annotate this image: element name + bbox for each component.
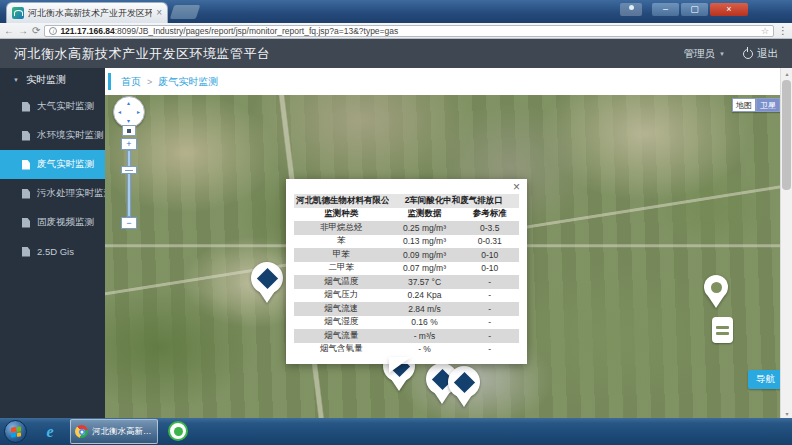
logout-button[interactable]: 退出 [743, 47, 778, 61]
column-header: 参考标准 [461, 208, 520, 222]
sidebar-item-sewage[interactable]: 污水处理实时监测 [0, 179, 105, 208]
url-ip: 121.17.166.84 [60, 26, 114, 36]
pan-up-icon[interactable]: ▴ [127, 100, 130, 106]
chevron-down-icon: ▼ [719, 51, 725, 57]
table-cell: - [461, 289, 520, 303]
zoom-slider-track[interactable] [127, 150, 131, 217]
start-button[interactable] [4, 420, 27, 443]
sidebar-item-atmosphere[interactable]: 大气实时监测 [0, 92, 105, 121]
tab-favicon-icon [12, 7, 24, 19]
refresh-icon[interactable]: ⟳ [32, 26, 40, 36]
table-row: 非甲烷总烃0.25 mg/m³0-3.5 [294, 221, 519, 235]
document-icon [22, 189, 30, 199]
sidebar-item-water[interactable]: 水环境实时监测 [0, 121, 105, 150]
pan-down-icon[interactable]: ▾ [127, 118, 130, 124]
sidebar-item-gis[interactable]: 2.5D Gis [0, 237, 105, 266]
breadcrumb-home-link[interactable]: 首页 [121, 75, 141, 89]
map-type-map-button[interactable]: 地图 [732, 98, 756, 112]
bookmark-star-icon[interactable]: ☆ [761, 26, 769, 36]
chrome-taskbar-button[interactable]: 河北衡水高新技术产业开发区环境监管平台 [70, 419, 158, 444]
popup-close-icon[interactable]: × [513, 181, 520, 193]
tab-title: 河北衡水高新技术产业开发区环境监管平台 [28, 7, 152, 20]
breadcrumb-accent [108, 73, 111, 90]
back-icon[interactable]: ← [4, 26, 14, 36]
window-minimize-button[interactable]: – [652, 3, 679, 16]
table-row: 苯0.13 mg/m³0-0.31 [294, 235, 519, 249]
ring-icon [711, 282, 722, 293]
sidebar-item-solid-waste[interactable]: 固废视频监测 [0, 208, 105, 237]
browser-tab[interactable]: 河北衡水高新技术产业开发区环境监管平台 × [6, 2, 168, 23]
marker-balloon [448, 366, 480, 398]
sidebar-item-label: 2.5D Gis [37, 246, 74, 257]
table-columns-row: 监测种类 监测数据 参考标准 [294, 208, 519, 222]
table-cell: 0.09 mg/m³ [389, 248, 461, 262]
pan-left-icon[interactable]: ◂ [118, 109, 121, 115]
browser-tabstrip: 河北衡水高新技术产业开发区环境监管平台 × – ▢ × [0, 0, 792, 23]
tab-close-icon[interactable]: × [156, 8, 162, 18]
antivirus-taskbar-icon[interactable] [168, 421, 188, 441]
url-text: 121.17.166.84:8099/JB_Industry/pages/rep… [60, 26, 758, 36]
scrollbar-thumb[interactable] [782, 80, 791, 190]
user-menu[interactable]: 管理员 ▼ [684, 47, 725, 61]
table-cell: 烟气流量 [294, 329, 389, 343]
url-rest: :8099/JB_Industry/pages/report/jsp/monit… [115, 26, 399, 36]
marker-tip [708, 296, 724, 308]
ie-taskbar-icon[interactable]: e [38, 421, 62, 442]
document-icon [22, 218, 30, 228]
pan-right-icon[interactable]: ▸ [137, 109, 140, 115]
marker-tip [391, 379, 407, 391]
map-canvas[interactable]: ▴ ▾ ◂ ▸ + − 地图 卫星 [105, 95, 780, 418]
document-icon [22, 131, 30, 141]
map-type-satellite-button[interactable]: 卫星 [756, 98, 780, 112]
navigate-button[interactable]: 导航 [748, 370, 780, 389]
scroll-up-icon[interactable]: ▴ [781, 68, 792, 78]
window-maximize-button[interactable]: ▢ [681, 3, 708, 16]
page-info-icon[interactable]: i [49, 27, 57, 35]
new-tab-button[interactable] [170, 5, 201, 19]
marker-pin-4[interactable] [448, 366, 480, 407]
forward-icon[interactable]: → [18, 26, 28, 36]
taskbar: e 河北衡水高新技术产业开发区环境监管平台 CK 46 17:04 2018/7… [0, 418, 792, 445]
browser-menu-icon[interactable]: ⋮ [778, 26, 788, 36]
sidebar-group-label: 实时监测 [26, 73, 66, 87]
table-cell: 0-10 [461, 262, 520, 276]
table-cell: - [461, 302, 520, 316]
sidebar-item-label: 大气实时监测 [37, 100, 94, 113]
chrome-logo-icon [75, 425, 88, 438]
table-cell: 非甲烷总烃 [294, 221, 389, 235]
sidebar-group-realtime[interactable]: ▼ 实时监测 [0, 68, 105, 92]
table-row: 烟气湿度0.16 %- [294, 316, 519, 330]
column-header: 监测种类 [294, 208, 389, 222]
marker-tip [456, 395, 472, 407]
table-cell: 0.13 mg/m³ [389, 235, 461, 249]
window-close-button[interactable]: × [710, 3, 748, 16]
zoom-out-button[interactable]: − [121, 217, 137, 229]
logout-label: 退出 [757, 47, 778, 61]
doc-bar [716, 332, 729, 335]
profile-icon[interactable] [620, 3, 642, 16]
table-cell: 烟气湿度 [294, 316, 389, 330]
table-cell: - [461, 343, 520, 357]
table-cell: 2.84 m/s [389, 302, 461, 316]
scroll-down-icon[interactable]: ▾ [781, 408, 792, 418]
map-locate-button[interactable] [122, 125, 136, 136]
marker-pin-left[interactable] [251, 262, 283, 303]
monitor-table: 河北凯德生物材料有限公司 2车间酸化中和废气排放口 监测种类 监测数据 参考标准… [294, 194, 519, 356]
user-label: 管理员 [684, 47, 716, 61]
sidebar-item-waste-gas[interactable]: 废气实时监测 [0, 150, 105, 179]
zoom-slider-handle[interactable] [121, 166, 137, 174]
table-cell: 0-10 [461, 248, 520, 262]
table-row: 烟气流速2.84 m/s- [294, 302, 519, 316]
power-icon [743, 49, 753, 59]
zoom-in-button[interactable]: + [121, 138, 137, 150]
marker-document-icon[interactable] [712, 317, 733, 343]
url-input[interactable]: i 121.17.166.84:8099/JB_Industry/pages/r… [44, 25, 774, 37]
marker-circle-pin[interactable] [704, 275, 728, 308]
document-icon [22, 247, 30, 257]
app-header: 河北衡水高新技术产业开发区环境监管平台 管理员 ▼ 退出 [0, 39, 792, 68]
document-icon [22, 160, 30, 170]
page-scrollbar[interactable]: ▴ ▾ [780, 68, 792, 418]
sidebar-item-label: 固废视频监测 [37, 216, 94, 229]
table-cell: - [461, 275, 520, 289]
map-pan-control[interactable]: ▴ ▾ ◂ ▸ [113, 96, 145, 128]
